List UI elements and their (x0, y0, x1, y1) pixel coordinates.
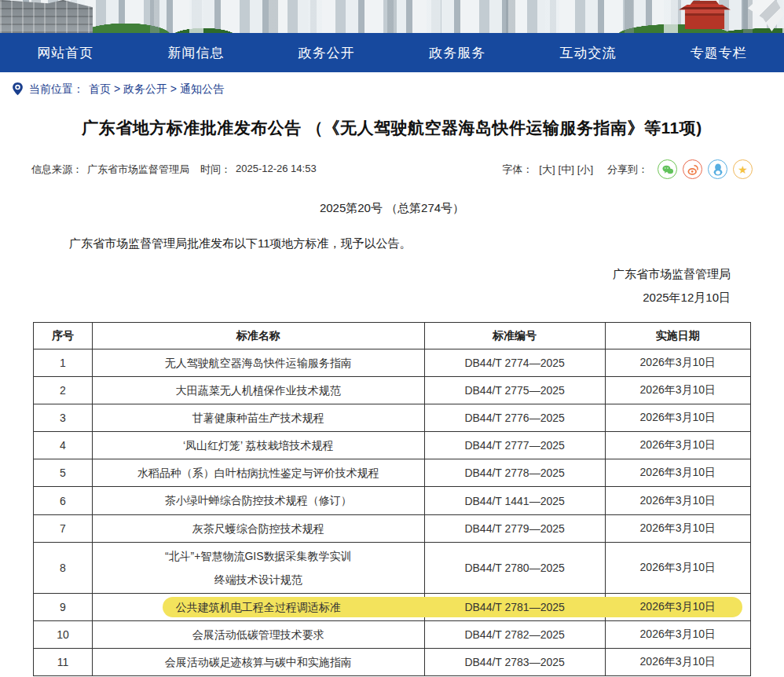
standards-table: 序号标准名称标准编号实施日期 1无人驾驶航空器海岛快件运输服务指南DB44/T … (33, 322, 751, 676)
nav-item[interactable]: 互动交流 (522, 44, 653, 62)
source-label: 信息来源： (31, 163, 82, 177)
cell-name: ‘凤山红灯笼’ 荔枝栽培技术规程 (92, 432, 424, 459)
cell-seq-text: 10 (57, 628, 69, 641)
cell-name-text: 茶小绿叶蝉综合防控技术规程（修订） (165, 494, 352, 507)
cell-date: 2026年3月10日 (605, 593, 750, 620)
cell-date: 2026年3月10日 (605, 620, 750, 648)
cell-name-text: “北斗”+智慧物流GIS数据采集教学实训 终端技术设计规范 (165, 550, 352, 586)
cell-date: 2026年3月10日 (605, 514, 750, 542)
table-row: 6茶小绿叶蝉综合防控技术规程（修订）DB44/T 1441—20252026年3… (34, 487, 751, 514)
cell-seq-text: 3 (60, 412, 66, 424)
cell-seq: 6 (34, 487, 93, 514)
wechat-share-icon[interactable] (658, 159, 677, 179)
article: 广东省地方标准批准发布公告 （《无人驾驶航空器海岛快件运输服务指南》等11项) … (0, 117, 784, 677)
cell-seq-text: 11 (57, 656, 69, 668)
nav-item[interactable]: 政务公开 (262, 44, 392, 62)
cell-date-text: 2026年3月10日 (640, 411, 716, 423)
time-value: 2025-12-26 14:53 (236, 163, 317, 177)
cell-date: 2026年3月10日 (605, 649, 750, 676)
cell-date-text: 2026年3月10日 (640, 628, 716, 640)
cell-name: 会展活动低碳管理技术要求 (92, 620, 424, 648)
cell-seq: 8 (34, 542, 93, 593)
breadcrumb-item[interactable]: 首页 (89, 82, 111, 95)
table-row: 7灰茶尺蠖综合防控技术规程DB44/T 2779—20252026年3月10日 (34, 514, 751, 542)
cell-date: 2026年3月10日 (605, 404, 750, 432)
table-row: 4‘凤山红灯笼’ 荔枝栽培技术规程DB44/T 2777—20252026年3月… (34, 432, 751, 459)
table-row: 2大田蔬菜无人机植保作业技术规范DB44/T 2775—20252026年3月1… (34, 377, 751, 404)
cell-name: 茶小绿叶蝉综合防控技术规程（修订） (92, 487, 424, 514)
table-row: 3甘薯健康种苗生产技术规程DB44/T 2776—20252026年3月10日 (34, 404, 751, 432)
cell-code-text: DB44/T 2775—2025 (464, 384, 564, 397)
cell-seq-text: 1 (60, 357, 66, 369)
page-title: 广东省地方标准批准发布公告 （《无人驾驶航空器海岛快件运输服务指南》等11项) (31, 117, 753, 139)
table-head: 序号标准名称标准编号实施日期 (34, 323, 751, 349)
cell-code-text: DB44/T 1441—2025 (464, 495, 564, 507)
font-size-button[interactable]: [大] (539, 163, 555, 177)
table-header-cell: 标准名称 (92, 323, 424, 349)
cell-code-text: DB44/T 2779—2025 (464, 522, 564, 535)
nav-bar: 网站首页新闻信息政务公开政务服务互动交流专题专栏 (0, 33, 784, 72)
signature-date: 2025年12月10日 (31, 286, 731, 309)
banner-sculpture-right (748, 0, 784, 31)
signature-org: 广东省市场监督管理局 (31, 262, 731, 286)
cell-seq-text: 8 (60, 562, 66, 574)
cell-date-text: 2026年3月10日 (640, 438, 716, 451)
cell-code-text: DB44/T 2783—2025 (464, 656, 564, 668)
cell-seq: 11 (34, 649, 93, 676)
breadcrumb-separator: > (167, 82, 180, 95)
cell-seq: 7 (34, 514, 93, 542)
nav-item[interactable]: 新闻信息 (130, 44, 261, 62)
table-header-cell: 序号 (34, 323, 93, 349)
cell-code-text: DB44/T 2780—2025 (464, 562, 564, 574)
cell-code-text: DB44/T 2782—2025 (464, 628, 564, 641)
cell-code-text: DB44/T 2774—2025 (464, 357, 564, 369)
cell-date: 2026年3月10日 (605, 542, 750, 593)
table-row: 9公共建筑机电工程全过程调适标准DB44/T 2781—20252026年3月1… (34, 593, 751, 620)
cell-seq: 9 (34, 593, 93, 620)
cell-date: 2026年3月10日 (605, 459, 750, 487)
cell-name-text: ‘凤山红灯笼’ 荔枝栽培技术规程 (183, 439, 334, 452)
cell-name: 甘薯健康种苗生产技术规程 (92, 404, 424, 432)
cell-name: 水稻品种（系）白叶枯病抗性鉴定与评价技术规程 (92, 459, 424, 487)
meta-tools: 字体： [大][中][小] 分享到： (502, 159, 753, 179)
cell-seq: 4 (34, 432, 93, 459)
meta-row: 信息来源： 广东省市场监督管理局 时间： 2025-12-26 14:53 字体… (31, 159, 753, 179)
cell-seq-text: 5 (60, 467, 66, 479)
font-label: 字体： (502, 163, 533, 177)
font-size-button[interactable]: [中] (559, 163, 574, 177)
nav-item[interactable]: 专题专栏 (654, 44, 784, 62)
cell-name-text: 无人驾驶航空器海岛快件运输服务指南 (165, 357, 352, 369)
qq-share-icon[interactable] (708, 159, 727, 179)
weibo-share-icon[interactable] (683, 159, 702, 179)
share-icons: ★ (658, 159, 753, 179)
favorite-share-icon[interactable]: ★ (733, 159, 753, 179)
cell-date-text: 2026年3月10日 (640, 521, 716, 534)
breadcrumb-separator: > (111, 82, 123, 95)
cell-code: DB44/T 2780—2025 (424, 542, 605, 593)
nav-item[interactable]: 网站首页 (0, 44, 130, 62)
cell-code-text: DB44/T 2781—2025 (464, 601, 564, 613)
cell-date: 2026年3月10日 (605, 349, 750, 377)
breadcrumb-item[interactable]: 通知公告 (180, 82, 224, 95)
cell-seq: 10 (34, 620, 93, 648)
cell-seq-text: 2 (60, 384, 66, 397)
table-row: 1无人驾驶航空器海岛快件运输服务指南DB44/T 2774—20252026年3… (34, 349, 751, 377)
breadcrumb-item[interactable]: 政务公开 (123, 82, 167, 95)
font-size-button[interactable]: [小] (577, 163, 593, 177)
cell-date-text: 2026年3月10日 (640, 466, 716, 478)
cell-name-text: 会展活动碳足迹核算与碳中和实施指南 (165, 656, 352, 668)
cell-code: DB44/T 2775—2025 (424, 377, 605, 404)
nav-item[interactable]: 政务服务 (392, 44, 522, 62)
table-row: 8“北斗”+智慧物流GIS数据采集教学实训 终端技术设计规范DB44/T 278… (34, 542, 751, 593)
cell-date: 2026年3月10日 (605, 377, 750, 404)
table-row: 5水稻品种（系）白叶枯病抗性鉴定与评价技术规程DB44/T 2778—20252… (34, 459, 751, 487)
cell-code: DB44/T 2774—2025 (424, 349, 605, 377)
cell-code-text: DB44/T 2776—2025 (464, 412, 564, 424)
breadcrumb: 当前位置： 首页 > 政务公开 > 通知公告 (0, 72, 784, 101)
cell-name-text: 大田蔬菜无人机植保作业技术规范 (176, 384, 341, 397)
cell-code: DB44/T 2782—2025 (424, 620, 605, 648)
cell-date-text: 2026年3月10日 (640, 383, 716, 396)
cell-name-text: 公共建筑机电工程全过程调适标准 (176, 601, 341, 613)
cell-name-text: 灰茶尺蠖综合防控技术规程 (192, 522, 324, 535)
breadcrumb-trail: 首页 > 政务公开 > 通知公告 (89, 82, 224, 97)
